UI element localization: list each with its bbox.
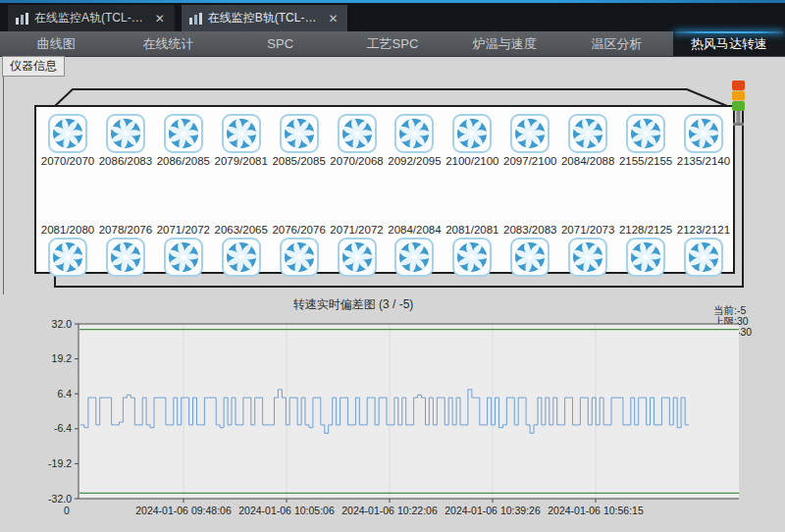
fan-row-top: 2070/2070 2086/2083 2086/2085 bbox=[39, 114, 732, 169]
fan-speed-value: 2081/2080 bbox=[41, 222, 94, 238]
fan-speed-value: 2071/2072 bbox=[157, 222, 210, 238]
x-tick-label: 0 bbox=[64, 505, 70, 516]
fan-item: 2081/2081 bbox=[444, 222, 500, 277]
fan-icon bbox=[164, 114, 203, 153]
fan-item: 2084/2084 bbox=[386, 222, 443, 277]
y-tick-label: -32.0 bbox=[48, 493, 72, 505]
fan-speed-value: 2078/2076 bbox=[99, 222, 152, 238]
fan-speed-value: 2081/2081 bbox=[445, 222, 498, 238]
oven-roof-line bbox=[55, 89, 727, 106]
fan-item: 2100/2100 bbox=[444, 114, 500, 169]
window-tab[interactable]: 在线监控B轨(TCL-… ✕ bbox=[182, 5, 348, 31]
window-tab[interactable]: 在线监控A轨(TCL-… ✕ bbox=[8, 5, 175, 31]
fan-item: 2081/2080 bbox=[39, 222, 96, 277]
fan-icon bbox=[280, 114, 319, 153]
fan-speed-value: 2070/2070 bbox=[41, 153, 94, 169]
fan-icon bbox=[626, 114, 665, 153]
tab-label: 在线监控B轨(TCL-… bbox=[208, 10, 317, 27]
fan-icon bbox=[48, 114, 87, 153]
instrument-info-tooltip: 仪器信息 bbox=[2, 56, 65, 77]
y-tick-label: 32.0 bbox=[52, 318, 73, 330]
menu-item-label: SPC bbox=[267, 36, 293, 51]
tab-label: 在线监控A轨(TCL-… bbox=[34, 10, 143, 27]
fan-speed-value: 2123/2121 bbox=[677, 222, 730, 238]
menu-item-2[interactable]: SPC bbox=[225, 31, 337, 56]
fan-icon bbox=[452, 238, 492, 277]
fan-speed-value: 2128/2125 bbox=[619, 222, 672, 238]
x-tick-label: 2024-01-06 10:39:26 bbox=[445, 505, 541, 516]
fan-icon bbox=[48, 238, 87, 277]
window-top-accent bbox=[0, 0, 785, 3]
menu-item-label: 温区分析 bbox=[592, 35, 643, 53]
fan-speed-value: 2070/2068 bbox=[330, 153, 383, 169]
chart-columns-icon bbox=[16, 13, 28, 25]
fan-icon bbox=[684, 238, 723, 277]
fan-item: 2076/2076 bbox=[271, 222, 328, 277]
fan-item: 2135/2140 bbox=[675, 114, 732, 169]
fan-icon bbox=[568, 114, 607, 153]
fan-item: 2071/2072 bbox=[329, 222, 386, 277]
fan-item: 2063/2065 bbox=[213, 222, 270, 277]
fan-speed-value: 2092/2095 bbox=[388, 153, 441, 169]
fan-item: 2085/2085 bbox=[271, 114, 328, 169]
fan-icon bbox=[338, 114, 377, 153]
fan-speed-value: 2076/2076 bbox=[272, 222, 325, 238]
x-tick-label: 2024-01-06 09:48:06 bbox=[135, 505, 232, 516]
fan-icon bbox=[106, 238, 145, 277]
menu-item-1[interactable]: 在线统计 bbox=[112, 31, 224, 56]
chart-columns-icon bbox=[189, 13, 202, 25]
fan-item: 2083/2083 bbox=[501, 222, 558, 277]
fan-icon bbox=[510, 238, 550, 277]
fan-icon bbox=[222, 114, 261, 153]
y-tick-label: -6.4 bbox=[54, 422, 72, 434]
fan-item: 2123/2121 bbox=[675, 222, 732, 277]
fan-item: 2071/2073 bbox=[559, 222, 616, 277]
fan-speed-value: 2084/2084 bbox=[388, 222, 441, 238]
menu-item-6[interactable]: 热风马达转速 bbox=[673, 31, 785, 56]
tooltip-label: 仪器信息 bbox=[10, 59, 57, 73]
fan-icon bbox=[222, 238, 261, 277]
fan-icon bbox=[626, 238, 665, 277]
y-tick-label: 6.4 bbox=[57, 388, 72, 399]
menu-item-3[interactable]: 工艺SPC bbox=[337, 31, 448, 56]
fan-speed-value: 2084/2088 bbox=[561, 153, 614, 169]
y-tick-label: 19.2 bbox=[52, 352, 73, 364]
x-tick-label: 2024-01-06 10:05:06 bbox=[238, 505, 335, 516]
fan-speed-value: 2086/2083 bbox=[99, 153, 152, 169]
fan-speed-value: 2083/2083 bbox=[503, 222, 556, 238]
fan-item: 2079/2081 bbox=[213, 114, 270, 169]
menu-item-label: 热风马达转速 bbox=[691, 35, 767, 53]
fan-speed-value: 2071/2073 bbox=[561, 222, 614, 238]
close-icon[interactable]: ✕ bbox=[155, 12, 165, 26]
menu-item-label: 曲线图 bbox=[37, 35, 76, 53]
fan-item: 2070/2068 bbox=[329, 114, 386, 169]
close-icon[interactable]: ✕ bbox=[328, 12, 338, 26]
fan-item: 2155/2155 bbox=[617, 114, 674, 169]
deviation-chart: 32.019.26.4-6.4-19.2-32.002024-01-06 09:… bbox=[0, 317, 785, 532]
fan-icon bbox=[568, 238, 607, 277]
title-bar: 在线监控A轨(TCL-… ✕ 在线监控B轨(TCL-… ✕ bbox=[0, 0, 785, 31]
fan-item: 2084/2088 bbox=[559, 114, 616, 169]
fan-icon bbox=[452, 114, 492, 153]
menu-item-4[interactable]: 炉温与速度 bbox=[448, 31, 560, 56]
fan-item: 2086/2085 bbox=[155, 114, 212, 169]
menu-item-label: 在线统计 bbox=[142, 35, 193, 53]
fan-speed-value: 2135/2140 bbox=[677, 153, 730, 169]
fan-speed-value: 2155/2155 bbox=[619, 153, 672, 169]
y-tick-label: -19.2 bbox=[48, 457, 72, 469]
fan-speed-value: 2097/2100 bbox=[503, 153, 556, 169]
menu-item-label: 工艺SPC bbox=[367, 35, 419, 53]
fan-speed-value: 2071/2072 bbox=[330, 222, 383, 238]
fan-icon bbox=[280, 238, 319, 277]
menu-item-label: 炉温与速度 bbox=[473, 35, 537, 53]
fan-item: 2128/2125 bbox=[617, 222, 674, 277]
fan-item: 2071/2072 bbox=[155, 222, 212, 277]
fan-item: 2097/2100 bbox=[501, 114, 558, 169]
fan-icon bbox=[164, 238, 203, 277]
menu-item-0[interactable]: 曲线图 bbox=[0, 31, 112, 56]
window-tabs: 在线监控A轨(TCL-… ✕ 在线监控B轨(TCL-… ✕ bbox=[8, 5, 347, 31]
fan-speed-value: 2100/2100 bbox=[445, 153, 498, 169]
fan-speed-value: 2086/2085 bbox=[157, 153, 210, 169]
menu-item-5[interactable]: 温区分析 bbox=[560, 31, 672, 56]
fan-icon bbox=[394, 114, 434, 153]
